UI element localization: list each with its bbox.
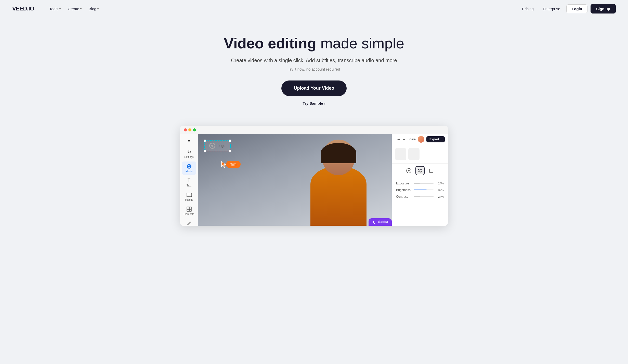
nav-blog[interactable]: Blog ▾ (86, 5, 102, 13)
person-area (285, 134, 392, 226)
svg-rect-9 (187, 209, 189, 211)
logo-circle-inner (211, 145, 213, 147)
sidebar-item-menu[interactable]: ≡ (182, 137, 196, 146)
svg-marker-13 (373, 221, 375, 224)
sidebar-item-draw[interactable]: Draw (182, 219, 196, 226)
export-button[interactable]: Export ↓ (426, 136, 445, 142)
editor-right-panel: ↩ ↪ Share Export ↓ (392, 134, 448, 226)
exposure-row: Exposure -24% (396, 182, 444, 185)
contrast-fill (414, 196, 420, 197)
tim-badge: Tim (221, 161, 241, 168)
undo-icon[interactable]: ↩ (397, 137, 400, 141)
resize-handle-left (204, 144, 204, 148)
sidebar-item-settings[interactable]: ⚙ Settings (182, 147, 196, 160)
window-titlebar (180, 126, 448, 134)
color-wheel-icon (406, 168, 412, 173)
brightness-track[interactable] (414, 190, 434, 190)
contrast-value: -24% (436, 195, 444, 198)
window-close-dot (184, 128, 187, 131)
svg-point-0 (187, 164, 191, 169)
subtitle-icon (186, 192, 192, 198)
sidebar-item-media[interactable]: Media (182, 161, 196, 175)
nav-enterprise[interactable]: Enterprise (540, 5, 563, 13)
settings-icon: ⚙ (186, 149, 192, 155)
svg-point-19 (420, 171, 421, 172)
cursor-icon (221, 161, 226, 168)
resize-handle-br (229, 150, 231, 152)
elements-icon (186, 206, 192, 212)
svg-point-15 (408, 170, 410, 171)
brightness-row: Brightness 37% (396, 188, 444, 192)
sidebar-label-elements: Elements (184, 213, 194, 215)
demo-window: ≡ ⚙ Settings Media (180, 126, 448, 226)
try-sample-link[interactable]: Try Sample › (303, 101, 325, 105)
signup-button[interactable]: Sign up (591, 4, 616, 14)
exposure-fill (414, 183, 420, 184)
svg-point-2 (189, 165, 190, 166)
window-maximize-dot (193, 128, 196, 131)
brightness-value: 37% (436, 188, 444, 192)
filter-tab-crop[interactable] (427, 166, 436, 175)
upload-video-button[interactable]: Upload Your Video (281, 80, 346, 96)
svg-rect-10 (189, 209, 191, 211)
menu-icon: ≡ (186, 139, 192, 144)
sidebar-label-subtitle: Subtitle (185, 198, 193, 201)
svg-rect-7 (187, 207, 189, 209)
sidebar-label-text: Text (187, 184, 191, 187)
login-button[interactable]: Login (566, 4, 587, 13)
sidebar-item-elements[interactable]: Elements (182, 204, 196, 218)
resize-handle-right (230, 144, 231, 148)
tim-pill: Tim (226, 161, 241, 168)
editor-sidebar: ≡ ⚙ Settings Media (180, 134, 198, 226)
svg-marker-12 (221, 161, 226, 168)
svg-rect-5 (187, 195, 191, 195)
sidebar-label-settings: Settings (184, 156, 193, 158)
tools-chevron-icon: ▾ (59, 7, 61, 10)
sabba-badge: Sabba (369, 218, 392, 226)
media-icon (186, 164, 192, 169)
contrast-track[interactable] (414, 196, 434, 197)
user-avatar (418, 136, 424, 143)
sabba-cursor-icon (372, 220, 376, 224)
avatar-placeholder-2 (408, 148, 420, 160)
resize-handle-tl (204, 140, 206, 142)
redo-icon[interactable]: ↪ (402, 137, 405, 141)
svg-rect-4 (187, 194, 190, 194)
nav-right: Pricing Enterprise Login Sign up (519, 4, 616, 14)
exposure-track[interactable] (414, 183, 434, 184)
nav-create[interactable]: Create ▾ (65, 5, 85, 13)
brightness-fill (414, 190, 427, 190)
window-minimize-dot (188, 128, 191, 131)
resize-handle-bl (204, 150, 206, 152)
nav-pricing[interactable]: Pricing (519, 5, 537, 13)
logo-circle-icon (209, 143, 215, 149)
svg-line-11 (190, 222, 190, 223)
navbar: VEED.IO Tools ▾ Create ▾ Blog ▾ Pricing … (0, 0, 628, 17)
draw-icon (186, 221, 192, 226)
contrast-row: Contrast -24% (396, 195, 444, 198)
sidebar-item-subtitle[interactable]: Subtitle (182, 190, 196, 203)
text-icon: T (186, 178, 192, 183)
hero-section: Video editing made simple Create videos … (0, 17, 628, 126)
hero-title: Video editing made simple (5, 35, 623, 51)
exposure-label: Exposure (396, 182, 412, 185)
editor-topbar: ↩ ↪ Share Export ↓ (392, 134, 448, 145)
sidebar-item-text[interactable]: T Text (182, 176, 196, 189)
sidebar-label-media: Media (186, 170, 192, 173)
svg-rect-20 (429, 169, 433, 172)
share-label[interactable]: Share (408, 138, 416, 141)
resize-handle-tr (229, 140, 231, 142)
hero-try-text: Try it now, no account required (5, 67, 623, 71)
editor-main: Logo Tim Sabba (198, 134, 392, 226)
filter-tab-color[interactable] (404, 166, 413, 175)
exposure-value: -24% (436, 182, 444, 185)
create-chevron-icon: ▾ (80, 7, 82, 10)
nav-links: Tools ▾ Create ▾ Blog ▾ (46, 5, 519, 13)
svg-point-1 (188, 165, 189, 166)
filter-tab-adjust[interactable] (415, 166, 425, 175)
nav-tools[interactable]: Tools ▾ (46, 5, 64, 13)
adjust-icon (417, 168, 423, 173)
logo[interactable]: VEED.IO (12, 5, 34, 12)
right-avatars (392, 145, 448, 164)
logo-overlay[interactable]: Logo (204, 140, 230, 151)
